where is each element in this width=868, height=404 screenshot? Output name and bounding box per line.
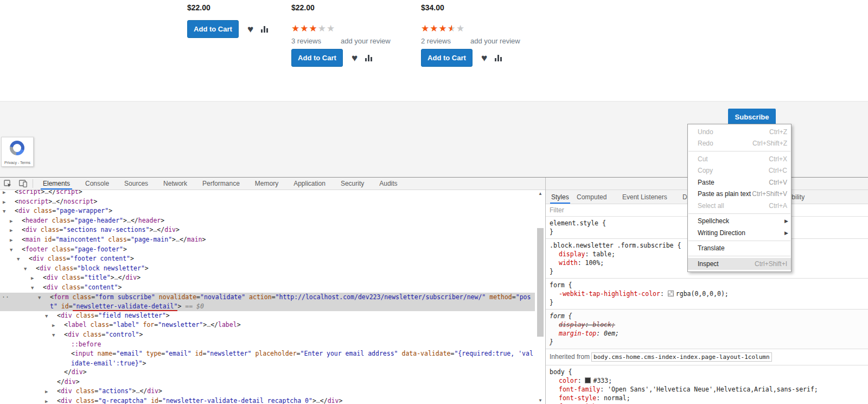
menu-item-label: Spellcheck [698, 217, 787, 225]
elements-scrollbar[interactable]: ▲ ▼ [536, 190, 545, 404]
css-declaration[interactable]: -webkit-tap-highlight-color: rgba(0,0,0,… [550, 289, 868, 298]
tree-row[interactable]: ▼<div class="field newsletter"> [0, 311, 535, 321]
expand-arrow-closed-icon[interactable]: ▶ [16, 236, 22, 245]
compare-icon[interactable] [261, 26, 268, 33]
scroll-up-icon[interactable]: ▲ [536, 190, 545, 198]
recaptcha-badge[interactable]: Privacy - Terms [1, 137, 34, 167]
add-to-cart-button[interactable]: Add to Cart [187, 20, 239, 38]
add-review-link[interactable]: add your review [470, 37, 520, 45]
tab-security[interactable]: Security [333, 178, 372, 190]
expand-arrow-closed-icon[interactable]: ▶ [9, 198, 15, 207]
menu-item-select-all[interactable]: Select allCtrl+A [688, 200, 791, 212]
color-swatch[interactable] [585, 377, 591, 383]
expand-arrow-closed-icon[interactable]: ▶ [51, 387, 57, 396]
menu-item-writing-direction[interactable]: Writing Direction▶ [688, 227, 791, 239]
wishlist-heart-icon[interactable]: ♥ [481, 53, 487, 63]
tab-memory[interactable]: Memory [247, 178, 286, 190]
subscribe-button[interactable]: Subscribe [728, 109, 776, 125]
tree-row[interactable]: ▼<footer class="page-footer"> [0, 245, 535, 255]
expand-arrow-open-icon[interactable]: ▼ [51, 312, 57, 321]
menu-item-label: Undo [698, 128, 769, 136]
add-to-cart-button[interactable]: Add to Cart [291, 49, 343, 67]
wishlist-heart-icon[interactable]: ♥ [247, 24, 253, 34]
tab-elements[interactable]: Elements [35, 178, 78, 190]
expand-arrow-open-icon[interactable]: ▼ [23, 255, 29, 264]
product-actions: Add to Cart♥ [187, 20, 268, 38]
tree-row[interactable]: ▶<script>…</script> [0, 190, 535, 197]
css-selector[interactable]: body { [550, 368, 868, 376]
expand-arrow-closed-icon[interactable]: ▶ [51, 397, 57, 404]
tab-application[interactable]: Application [286, 178, 333, 190]
menu-item-redo[interactable]: RedoCtrl+Shift+Z [688, 138, 791, 150]
tree-row[interactable]: ▼<div class="footer content"> [0, 254, 535, 264]
css-selector[interactable]: form { [550, 281, 868, 289]
menu-shortcut: Ctrl+X [769, 155, 787, 163]
expand-arrow-open-icon[interactable]: ▼ [30, 264, 36, 274]
expand-arrow-closed-icon[interactable]: ▶ [37, 274, 43, 283]
tree-row[interactable]: ▼<div class="content"> [0, 283, 535, 293]
tab-console[interactable]: Console [78, 178, 117, 190]
tree-row[interactable]: ▶<div class="actions">…</div> [0, 387, 535, 396]
expand-arrow-open-icon[interactable]: ▼ [16, 245, 22, 255]
css-declaration[interactable]: display: block; [550, 320, 868, 329]
color-swatch[interactable] [668, 291, 674, 296]
expand-arrow-closed-icon[interactable]: ▶ [16, 217, 22, 226]
tree-row[interactable]: ::before [0, 340, 535, 350]
compare-icon[interactable] [495, 55, 502, 61]
css-declaration[interactable]: margin-top: 0em; [550, 329, 868, 338]
tree-row[interactable]: ▶<div class="sections nav-sections">…</d… [0, 225, 535, 235]
menu-shortcut: Ctrl+Shift+I [755, 260, 787, 268]
expand-arrow-closed-icon[interactable]: ▶ [58, 321, 64, 330]
tree-row[interactable]: </div> [0, 368, 535, 377]
tree-row[interactable]: <input name="email" type="email" id="new… [0, 349, 535, 368]
expand-arrow-open-icon[interactable]: ▼ [58, 331, 64, 340]
expand-arrow-open-icon[interactable]: ▼ [37, 283, 43, 293]
menu-item-translate[interactable]: Translate [688, 243, 791, 255]
sidebar-tab-event-listeners[interactable]: Event Listeners [622, 190, 667, 204]
tree-row[interactable]: ▶<label class="label" for="newsletter">…… [0, 320, 535, 330]
reviews-link[interactable]: 3 reviews [291, 37, 321, 45]
sidebar-tab-styles[interactable]: Styles [551, 190, 569, 204]
css-declaration[interactable]: font-family: 'Open Sans','Helvetica Neue… [550, 385, 868, 394]
reviews-row: 2 reviewsadd your review [421, 37, 520, 45]
tree-row-selected[interactable]: ··▼<form class="form subscribe" novalida… [0, 293, 535, 311]
reviews-link[interactable]: 2 reviews [421, 37, 451, 45]
tab-sources[interactable]: Sources [117, 178, 156, 190]
css-declaration[interactable]: font-style: normal; [550, 394, 868, 402]
tree-row[interactable]: ▶<noscript>…</noscript> [0, 197, 535, 207]
tab-performance[interactable]: Performance [195, 178, 247, 190]
scroll-down-icon[interactable]: ▼ [536, 397, 545, 404]
sidebar-tab-computed[interactable]: Computed [577, 190, 607, 204]
inspect-element-icon[interactable] [0, 178, 15, 190]
expand-arrow-open-icon[interactable]: ▼ [9, 207, 15, 216]
tree-row[interactable]: </div> [0, 377, 535, 387]
tab-audits[interactable]: Audits [372, 178, 405, 190]
scrollbar-thumb[interactable] [537, 228, 544, 337]
tree-row[interactable]: ▼<div class="block newsletter"> [0, 264, 535, 274]
menu-item-paste-as-plain-text[interactable]: Paste as plain textCtrl+Shift+V [688, 188, 791, 200]
css-declaration[interactable]: color: #333; [550, 376, 868, 385]
tree-row[interactable]: ▶<div class="g-recaptcha" id="newsletter… [0, 396, 535, 404]
menu-item-spellcheck[interactable]: Spellcheck▶ [688, 216, 791, 228]
add-review-link[interactable]: add your review [341, 37, 391, 45]
menu-item-cut[interactable]: CutCtrl+X [688, 153, 791, 165]
tab-network[interactable]: Network [156, 178, 195, 190]
compare-icon[interactable] [365, 55, 372, 61]
tree-row[interactable]: ▶<main id="maincontent" class="page-main… [0, 235, 535, 245]
tree-row[interactable]: ▼<div class="control"> [0, 330, 535, 340]
menu-item-paste[interactable]: PasteCtrl+V [688, 176, 791, 188]
wishlist-heart-icon[interactable]: ♥ [352, 53, 358, 63]
expand-arrow-closed-icon[interactable]: ▶ [9, 190, 15, 197]
expand-arrow-open-icon[interactable]: ▼ [44, 293, 50, 302]
css-selector[interactable]: form { [550, 312, 868, 320]
menu-item-inspect[interactable]: InspectCtrl+Shift+I [688, 258, 791, 270]
tree-row[interactable]: ▶<div class="title">…</div> [0, 273, 535, 283]
add-to-cart-button[interactable]: Add to Cart [421, 49, 473, 67]
menu-item-copy[interactable]: CopyCtrl+C [688, 165, 791, 177]
tree-row[interactable]: ▶<header class="page-header">…</header> [0, 216, 535, 226]
device-toolbar-icon[interactable] [15, 178, 30, 190]
tree-row[interactable]: ▼<div class="page-wrapper"> [0, 206, 535, 216]
menu-item-undo[interactable]: UndoCtrl+Z [688, 126, 791, 138]
inherited-selector-link[interactable]: body.cms-home.cms-index-index.page-layou… [591, 352, 772, 362]
expand-arrow-closed-icon[interactable]: ▶ [16, 226, 22, 235]
